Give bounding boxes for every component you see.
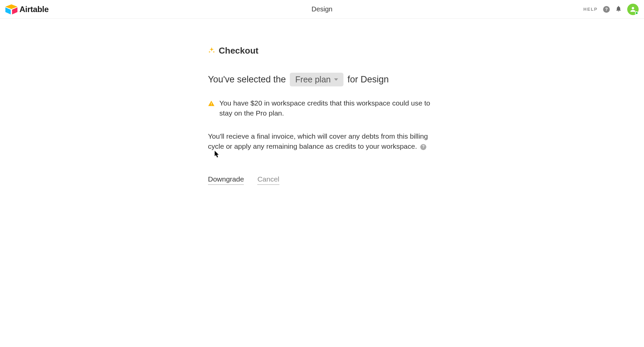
selection-prefix: You've selected the bbox=[208, 74, 286, 85]
info-message: You'll recieve a final invoice, which wi… bbox=[208, 132, 428, 150]
sparkle-icon bbox=[208, 47, 215, 55]
downgrade-button[interactable]: Downgrade bbox=[208, 175, 244, 185]
checkout-actions: Downgrade Cancel bbox=[208, 175, 436, 185]
selected-plan-label: Free plan bbox=[295, 75, 331, 84]
workspace-title: Design bbox=[312, 5, 332, 13]
warning-message: You have $20 in workspace credits that t… bbox=[219, 98, 436, 119]
invoice-info: You'll recieve a final invoice, which wi… bbox=[208, 131, 436, 152]
info-help-icon[interactable]: ? bbox=[420, 144, 426, 150]
help-icon[interactable]: ? bbox=[603, 6, 610, 13]
plan-dropdown[interactable]: Free plan bbox=[290, 73, 343, 86]
credits-warning: You have $20 in workspace credits that t… bbox=[208, 98, 436, 119]
app-header: Airtable Design HELP ? bbox=[0, 0, 644, 19]
brand-logo[interactable]: Airtable bbox=[5, 4, 49, 14]
user-avatar[interactable] bbox=[627, 4, 639, 15]
presence-dot-icon bbox=[635, 11, 638, 15]
airtable-logo-icon bbox=[5, 4, 17, 14]
header-left: Airtable bbox=[5, 4, 49, 14]
plan-selection-line: You've selected the Free plan for Design bbox=[208, 73, 436, 86]
checkout-header: Checkout bbox=[208, 46, 436, 56]
header-right: HELP ? bbox=[583, 4, 639, 15]
brand-name: Airtable bbox=[19, 5, 49, 14]
cancel-button[interactable]: Cancel bbox=[257, 175, 279, 185]
checkout-title: Checkout bbox=[219, 46, 258, 56]
notifications-icon[interactable] bbox=[615, 5, 622, 13]
selection-suffix: for Design bbox=[347, 74, 389, 85]
help-link[interactable]: HELP bbox=[583, 7, 598, 12]
chevron-down-icon bbox=[334, 78, 338, 81]
warning-icon bbox=[208, 98, 215, 108]
checkout-main: Checkout You've selected the Free plan f… bbox=[201, 19, 443, 198]
